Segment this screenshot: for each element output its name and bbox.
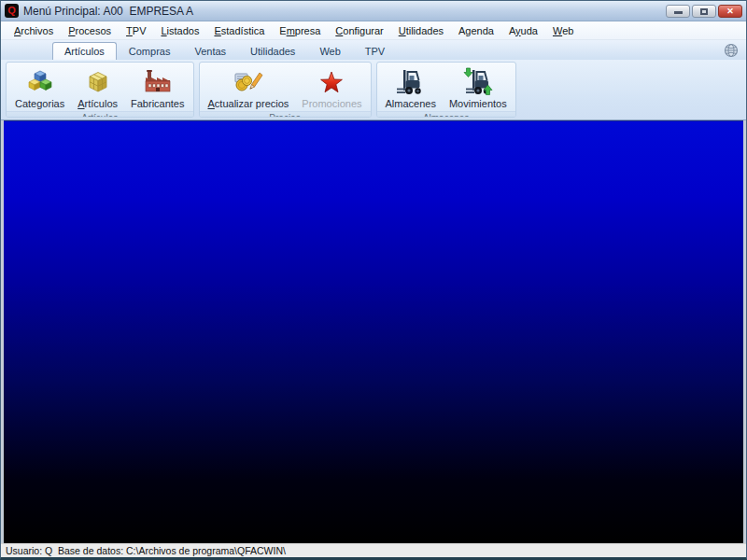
ribbon-button-label: Fabricantes bbox=[131, 98, 184, 109]
menu-item-label: Agenda bbox=[458, 25, 494, 36]
tab-compras[interactable]: Compras bbox=[117, 42, 183, 60]
menu-item-estadistica[interactable]: Estadística bbox=[206, 23, 272, 38]
statusbar: Usuario: Q Base de datos: C:\Archivos de… bbox=[1, 543, 746, 557]
minimize-button[interactable] bbox=[666, 5, 690, 18]
tab-ventas[interactable]: Ventas bbox=[182, 42, 238, 60]
window-title: Menú Principal: A00 EMPRESA A bbox=[23, 5, 193, 18]
update-prices-icon bbox=[233, 67, 263, 97]
ribbon-button-label: Actualizar precios bbox=[208, 98, 289, 109]
ribbon-button-label: Almacenes bbox=[386, 98, 436, 109]
maximize-button[interactable] bbox=[692, 5, 716, 18]
titlebar[interactable]: Q Menú Principal: A00 EMPRESA A ✕ bbox=[1, 1, 746, 21]
menu-item-label: Empresa bbox=[279, 25, 320, 36]
menu-item-label: Web bbox=[553, 25, 573, 36]
tab-utilidades[interactable]: Utilidades bbox=[238, 42, 307, 60]
minimize-icon bbox=[674, 11, 683, 14]
close-icon: ✕ bbox=[726, 7, 734, 16]
menu-item-label: Utilidades bbox=[399, 25, 444, 36]
menu-item-label: Procesos bbox=[68, 25, 111, 36]
help-globe-icon[interactable] bbox=[724, 43, 739, 58]
ribbon-button-label: Categorias bbox=[15, 98, 64, 109]
movements-forklift-icon bbox=[463, 67, 493, 97]
ribbon-button-label: Promociones bbox=[302, 98, 361, 109]
categorias-button[interactable]: Categorias bbox=[9, 64, 70, 111]
statusbar-text: Usuario: Q Base de datos: C:\Archivos de… bbox=[6, 545, 286, 556]
ribbon-button-label: Artículos bbox=[78, 98, 118, 109]
fabricantes-button[interactable]: Fabricantes bbox=[125, 64, 190, 111]
app-window: Q Menú Principal: A00 EMPRESA A ✕ Archiv… bbox=[0, 0, 747, 560]
menu-item-label: Ayuda bbox=[509, 25, 538, 36]
ribbon-button-label: Movimientos bbox=[449, 98, 507, 109]
menu-item-label: Archivos bbox=[14, 25, 53, 36]
ribbon-group-articulos: Categorias bbox=[6, 62, 194, 118]
menu-item-archivos[interactable]: Archivos bbox=[7, 23, 61, 38]
category-cubes-icon bbox=[25, 67, 55, 97]
factory-icon bbox=[143, 67, 173, 97]
menu-item-label: TPV bbox=[126, 25, 146, 36]
maximize-icon bbox=[700, 8, 708, 15]
menu-item-label: Configurar bbox=[335, 25, 383, 36]
menu-item-listados[interactable]: Listados bbox=[153, 23, 206, 38]
menu-item-empresa[interactable]: Empresa bbox=[272, 23, 328, 38]
ribbon-group-precios: Actualizar precios Promociones Precios bbox=[199, 62, 372, 118]
menu-item-label: Estadística bbox=[214, 25, 264, 36]
menu-item-ayuda[interactable]: Ayuda bbox=[501, 23, 545, 38]
menu-item-label: Listados bbox=[161, 25, 199, 36]
ribbon: Categorias bbox=[1, 60, 746, 120]
menu-item-tpv[interactable]: TPV bbox=[119, 23, 153, 38]
ribbon-group-almacenes: Almacenes bbox=[376, 62, 516, 118]
ribbon-tabstrip: Artículos Compras Ventas Utilidades Web … bbox=[1, 40, 746, 60]
workspace-background bbox=[4, 120, 743, 543]
menu-item-utilidades[interactable]: Utilidades bbox=[391, 23, 451, 38]
warehouse-forklift-icon bbox=[396, 67, 426, 97]
menu-item-agenda[interactable]: Agenda bbox=[451, 23, 501, 38]
movimientos-button[interactable]: Movimientos bbox=[444, 64, 513, 111]
tab-articulos[interactable]: Artículos bbox=[52, 42, 117, 60]
menu-item-configurar[interactable]: Configurar bbox=[328, 23, 390, 38]
workspace-frame bbox=[1, 120, 746, 543]
actualizar-precios-button[interactable]: Actualizar precios bbox=[203, 64, 295, 111]
promotions-star-icon bbox=[317, 67, 346, 97]
almacenes-button[interactable]: Almacenes bbox=[380, 64, 442, 111]
menubar: Archivos Procesos TPV Listados Estadísti… bbox=[1, 21, 746, 40]
close-button[interactable]: ✕ bbox=[718, 5, 742, 18]
ribbon-group-caption: Almacenes bbox=[377, 111, 515, 118]
ribbon-group-caption: Precios bbox=[200, 111, 371, 118]
menu-item-web[interactable]: Web bbox=[545, 23, 581, 38]
tab-tpv[interactable]: TPV bbox=[353, 42, 397, 60]
window-controls: ✕ bbox=[666, 5, 742, 18]
articulos-button[interactable]: Artículos bbox=[72, 64, 123, 111]
app-logo-icon: Q bbox=[5, 4, 19, 18]
promociones-button: Promociones bbox=[296, 64, 367, 111]
tab-web[interactable]: Web bbox=[307, 42, 352, 60]
articles-cube-icon bbox=[83, 67, 113, 97]
ribbon-group-caption: Artículos bbox=[7, 111, 193, 118]
menu-item-procesos[interactable]: Procesos bbox=[61, 23, 119, 38]
